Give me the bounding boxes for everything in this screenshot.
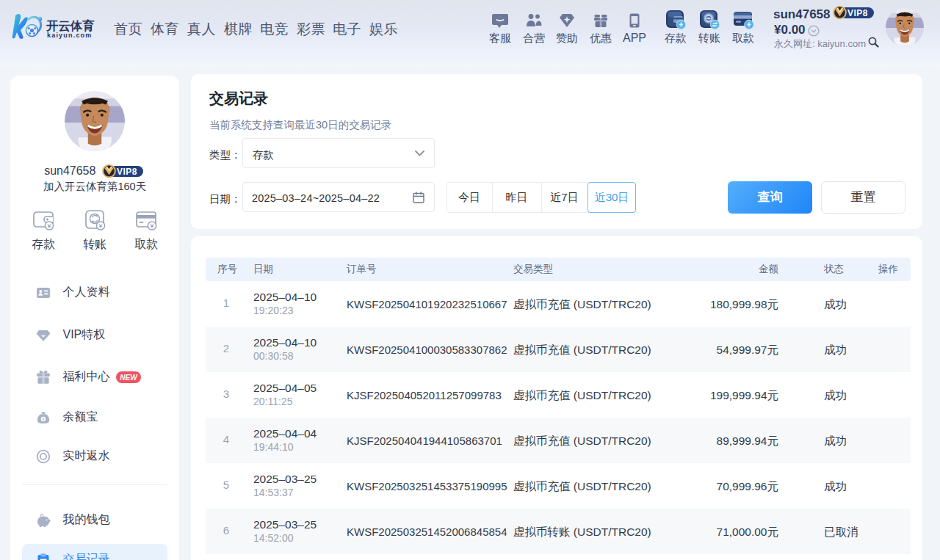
svg-text:NEW: NEW xyxy=(120,374,138,382)
svg-text:VIP8: VIP8 xyxy=(847,8,868,18)
svg-text:VIP8: VIP8 xyxy=(117,167,137,177)
